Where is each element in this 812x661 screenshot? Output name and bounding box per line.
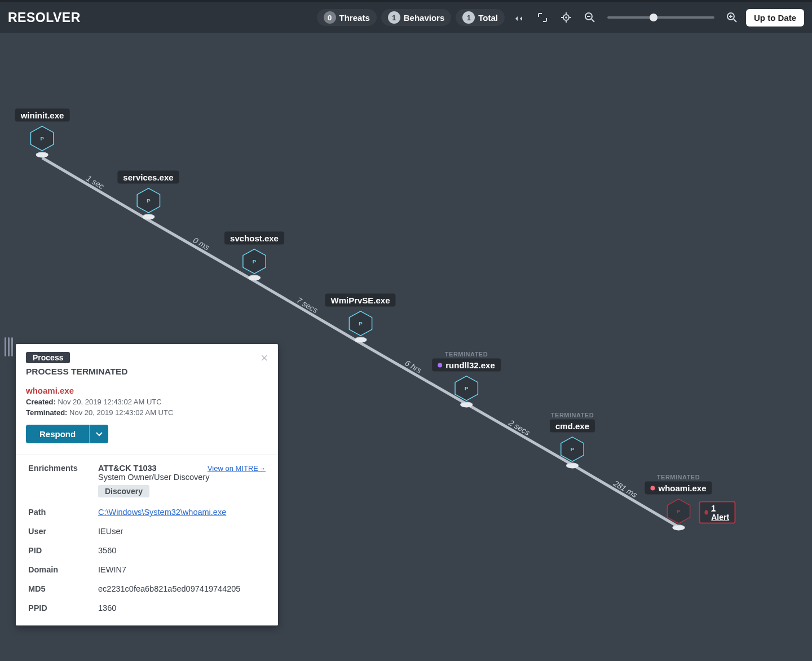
details-terminated: Terminated: Nov 20, 2019 12:43:02 AM UTC	[26, 408, 173, 417]
node-label: svchost.exe	[230, 233, 279, 243]
svg-text:P: P	[253, 258, 257, 265]
node-label: services.exe	[123, 173, 173, 182]
threats-count: 0	[324, 11, 336, 24]
attck-desc: System Owner/User Discovery	[98, 473, 266, 482]
edge-label: 281 ms	[612, 478, 639, 499]
close-icon[interactable]: ×	[261, 352, 268, 364]
chevron-down-icon	[95, 430, 103, 438]
alert-chip[interactable]: 1 Alert	[699, 501, 736, 524]
node-label: wininit.exe	[21, 111, 64, 120]
behaviors-pill[interactable]: 1 Behaviors	[381, 9, 452, 26]
threats-label: Threats	[339, 13, 370, 23]
details-panel: Process PROCESS TERMINATED whoami.exe Cr…	[16, 344, 278, 625]
details-body[interactable]: Enrichments ATT&CK T1033 View on MITRE→ …	[16, 455, 278, 625]
details-status: PROCESS TERMINATED	[26, 367, 173, 377]
node-label: whoami.exe	[658, 483, 706, 493]
process-hex-icon: P	[347, 310, 374, 337]
svg-text:P: P	[41, 135, 45, 142]
title-bar: RESOLVER 0 Threats 1 Behaviors 1 Total U…	[0, 0, 812, 33]
svg-point-1	[565, 16, 567, 19]
threats-pill[interactable]: 0 Threats	[317, 9, 377, 26]
node-label: WmiPrvSE.exe	[330, 296, 390, 305]
svg-text:P: P	[465, 385, 469, 391]
up-to-date-button[interactable]: Up to Date	[746, 9, 804, 27]
details-type-badge: Process	[26, 352, 70, 363]
node-label: rundll32.exe	[445, 360, 495, 370]
behaviors-label: Behaviors	[404, 13, 445, 23]
total-pill[interactable]: 1 Total	[456, 9, 505, 26]
respond-button[interactable]: Respond	[26, 425, 89, 443]
zoom-slider-knob[interactable]	[650, 14, 657, 21]
expand-icon[interactable]	[533, 8, 552, 27]
process-hex-icon: P	[453, 375, 480, 402]
process-hex-icon: P	[241, 248, 268, 275]
path-link[interactable]: C:\Windows\System32\whoami.exe	[98, 508, 226, 517]
attck-tag: Discovery	[98, 485, 149, 497]
respond-caret[interactable]	[89, 425, 108, 443]
terminated-label: TERMINATED	[551, 412, 594, 418]
terminated-label: TERMINATED	[445, 351, 488, 358]
details-file: whoami.exe	[26, 386, 173, 395]
node-services[interactable]: services.exeP	[117, 171, 179, 220]
row-domain: DomainIEWIN7	[26, 560, 268, 579]
row-md5: MD5ec2231c0fea6b821a5ed097419744205	[26, 579, 268, 598]
row-ppid: PPID1360	[26, 598, 268, 618]
node-wmiprvse[interactable]: WmiPrvSE.exeP	[325, 294, 395, 343]
details-created: Created: Nov 20, 2019 12:43:02 AM UTC	[26, 398, 173, 406]
svg-text:P: P	[677, 508, 681, 514]
row-path: PathC:\Windows\System32\whoami.exe	[26, 503, 268, 522]
zoom-slider[interactable]	[607, 16, 714, 19]
svg-text:P: P	[359, 320, 363, 327]
process-hex-icon: P	[29, 125, 56, 152]
process-hex-icon: P	[135, 187, 162, 214]
node-wininit[interactable]: wininit.exeP	[15, 109, 70, 158]
status-dot	[650, 486, 655, 490]
node-rundll32[interactable]: TERMINATEDrundll32.exeP	[432, 351, 501, 408]
zoom-out-icon[interactable]	[580, 8, 599, 27]
process-hex-icon: P	[665, 498, 692, 525]
edge-label: 2 secs	[507, 418, 531, 437]
behaviors-count: 1	[388, 11, 400, 24]
collapse-icon[interactable]	[509, 8, 528, 27]
mitre-link[interactable]: View on MITRE→	[208, 464, 266, 473]
attck-id: ATT&CK T1033	[98, 464, 157, 473]
row-enrichments: Enrichments ATT&CK T1033 View on MITRE→ …	[26, 459, 268, 503]
edge-label: 7 secs	[295, 296, 319, 315]
status-dot	[438, 363, 442, 367]
total-label: Total	[478, 13, 498, 23]
node-label: cmd.exe	[555, 421, 589, 431]
terminated-label: TERMINATED	[657, 474, 700, 481]
svg-text:P: P	[147, 197, 151, 204]
svg-text:P: P	[571, 446, 575, 452]
process-hex-icon: P	[559, 436, 586, 463]
edge-label: 0 ms	[192, 236, 211, 252]
node-whoami[interactable]: TERMINATEDwhoami.exeP1 Alert	[645, 474, 712, 531]
edge-label: 6 hrs	[404, 358, 423, 374]
app-title: RESOLVER	[8, 10, 81, 25]
edge-label: 1 sec	[85, 174, 106, 191]
row-user: UserIEUser	[26, 522, 268, 541]
sidebar-drag-handle[interactable]	[5, 337, 13, 356]
total-count: 1	[462, 11, 475, 24]
node-svchost[interactable]: svchost.exeP	[224, 232, 284, 281]
node-cmd[interactable]: TERMINATEDcmd.exeP	[550, 412, 595, 469]
zoom-in-icon[interactable]	[722, 8, 742, 27]
recenter-icon[interactable]	[557, 8, 576, 27]
row-pid: PID3560	[26, 541, 268, 560]
